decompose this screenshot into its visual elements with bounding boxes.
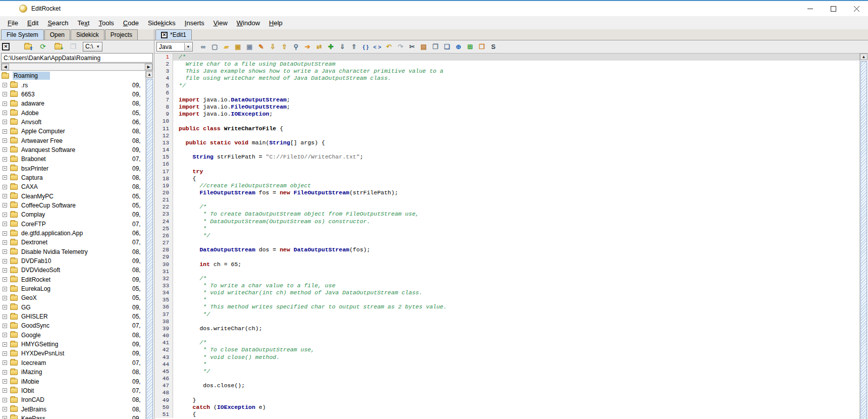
expand-icon[interactable]: + (3, 398, 7, 402)
tree-item[interactable]: +HYXDevPsnList09, (0, 349, 145, 358)
new-folder-icon[interactable]: + (53, 42, 63, 51)
menu-edit[interactable]: Edit (23, 17, 43, 29)
replace-icon[interactable]: ⇄ (314, 42, 324, 52)
refresh-icon[interactable]: ⟳ (38, 42, 48, 51)
tree-item[interactable]: +bsxPrinter09, (0, 164, 145, 173)
expand-icon[interactable]: + (3, 379, 7, 384)
goto-icon[interactable]: ➔ (302, 42, 313, 52)
tab-projects[interactable]: Projects (105, 29, 138, 40)
tree-item[interactable]: +Complay09, (0, 210, 145, 219)
menu-inserts[interactable]: Inserts (180, 17, 209, 29)
copy-icon[interactable]: ❐ (430, 42, 441, 52)
tree-item[interactable]: +GoodSync07, (0, 321, 145, 330)
new-file-icon[interactable]: ▢ (209, 42, 220, 52)
tab-sidekick[interactable]: Sidekick (71, 29, 104, 40)
save-icon[interactable]: ▣ (233, 42, 243, 52)
expand-icon[interactable]: + (3, 305, 7, 309)
code-editor[interactable]: 1/*2 Write char to a file using DataOutp… (154, 54, 859, 419)
tree-item[interactable]: +iMazing08, (0, 368, 145, 377)
tree-item[interactable]: +iMobie09, (0, 377, 145, 386)
script-icon[interactable]: S (488, 42, 499, 52)
new-doc-plus-icon[interactable]: ⊞ (465, 42, 475, 52)
tree-item[interactable]: +Adobe05, (0, 108, 145, 117)
tree-item[interactable]: +Google08, (0, 331, 145, 340)
expand-icon[interactable]: + (3, 138, 7, 143)
tree-item[interactable]: +CAXA08, (0, 182, 145, 191)
tree-view-icon[interactable]: ❐ (68, 42, 78, 51)
expand-icon[interactable]: + (3, 388, 7, 393)
menu-file[interactable]: File (3, 17, 23, 29)
expand-icon[interactable]: + (3, 407, 7, 411)
search-icon[interactable]: ⚲ (291, 42, 301, 52)
tree-item[interactable]: +665309, (0, 90, 145, 99)
tree-item[interactable]: +.rs09, (0, 80, 145, 89)
tree-horizontal-scrollbar[interactable]: ◀ ▶ (1, 63, 153, 71)
expand-icon[interactable]: + (3, 194, 7, 198)
expand-icon[interactable]: + (3, 296, 7, 300)
scroll-left-icon[interactable]: ◀ (2, 64, 9, 70)
expand-icon[interactable]: + (3, 185, 7, 189)
tab-file-system[interactable]: File System (1, 29, 44, 40)
maximize-button[interactable] (822, 1, 845, 16)
tree-scrollbar-thumb[interactable] (146, 79, 153, 419)
expand-icon[interactable]: + (3, 416, 7, 419)
compare-doc-icon[interactable]: ❒ (476, 42, 487, 52)
highlight-pen-icon[interactable]: ✎ (256, 42, 266, 52)
expand-icon[interactable]: + (3, 101, 7, 106)
menu-tools[interactable]: Tools (94, 17, 118, 29)
path-field[interactable]: C:\Users\DanKar\AppData\Roaming (1, 53, 153, 63)
expand-icon[interactable]: + (3, 268, 7, 273)
tree-root-item[interactable]: Roaming (0, 71, 145, 80)
menu-view[interactable]: View (209, 17, 232, 29)
parent-folder-icon[interactable]: ⬆ (23, 42, 33, 51)
insert-text-icon[interactable]: ✚ (326, 42, 336, 52)
tags-icon[interactable]: < > (372, 42, 383, 52)
scroll-up-icon[interactable]: ▲ (146, 71, 153, 78)
preview-icon[interactable]: ∞ (198, 42, 208, 52)
expand-icon[interactable]: + (3, 324, 7, 328)
menu-help[interactable]: Help (264, 17, 287, 29)
tree-item[interactable]: +JetBrains08, (0, 404, 145, 413)
tree-item[interactable]: +CoffeeCup Software05, (0, 201, 145, 210)
braces-icon[interactable]: { } (360, 42, 371, 52)
expand-icon[interactable]: + (3, 222, 7, 226)
expand-icon[interactable]: + (3, 342, 7, 347)
tree-item[interactable]: +Disable Nvidia Telemetry08, (0, 247, 145, 256)
tree-item[interactable]: +GHISLER05, (0, 312, 145, 321)
find-prev-icon[interactable]: ⇧ (279, 42, 290, 52)
expand-icon[interactable]: + (3, 240, 7, 245)
tree-item[interactable]: +Dextronet07, (0, 238, 145, 247)
expand-icon[interactable]: + (3, 92, 7, 96)
expand-icon[interactable]: + (3, 360, 7, 365)
tree-item[interactable]: +GG09, (0, 303, 145, 312)
tree-item[interactable]: +CleanMyPC05, (0, 191, 145, 200)
cut-icon[interactable]: ✂ (407, 42, 417, 52)
scroll-right-icon[interactable]: ▶ (145, 64, 152, 70)
tree-item[interactable]: +de.gtfd.application.App06, (0, 229, 145, 238)
tab-edit1[interactable]: ✕ *Edit1 (155, 29, 192, 40)
tree-item[interactable]: +DVDVideoSoft08, (0, 266, 145, 275)
menu-code[interactable]: Code (119, 17, 143, 29)
close-panel-button[interactable]: ✕ (2, 43, 10, 50)
save-as-icon[interactable]: ▣ (244, 42, 255, 52)
tree-item[interactable]: +HMYGSetting09, (0, 340, 145, 349)
tree-item[interactable]: +EurekaLog05, (0, 284, 145, 293)
tree-item[interactable]: +IObit07, (0, 386, 145, 395)
menu-search[interactable]: Search (43, 17, 73, 29)
tree-item[interactable]: +Anvsoft06, (0, 118, 145, 127)
expand-icon[interactable]: + (3, 370, 7, 375)
expand-icon[interactable]: + (3, 203, 7, 207)
move-up-icon[interactable]: ⇑ (349, 42, 359, 52)
expand-icon[interactable]: + (3, 120, 7, 124)
tab-open[interactable]: Open (44, 29, 70, 40)
tree-item[interactable]: +DVDFab1009, (0, 256, 145, 266)
expand-icon[interactable]: + (3, 111, 7, 115)
expand-icon[interactable]: + (3, 213, 7, 217)
expand-icon[interactable]: + (3, 231, 7, 236)
paste-icon[interactable]: ▤ (418, 42, 429, 52)
expand-icon[interactable]: + (3, 147, 7, 152)
tree-vertical-scrollbar[interactable]: ▲ (145, 71, 153, 419)
expand-icon[interactable]: + (3, 129, 7, 134)
expand-icon[interactable]: + (3, 259, 7, 264)
move-down-icon[interactable]: ⇓ (337, 42, 348, 52)
